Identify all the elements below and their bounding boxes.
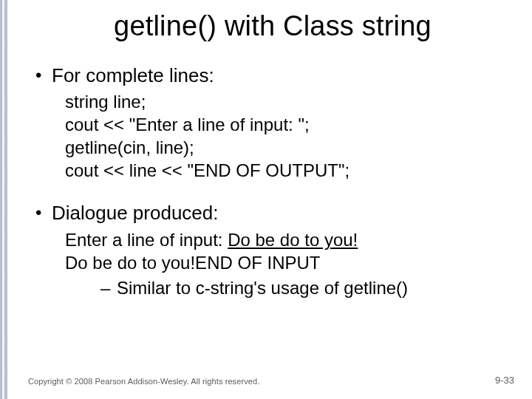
code-line: cout << "Enter a line of input: "; — [65, 114, 511, 137]
dialogue-user-input: Do be do to you! — [228, 230, 358, 250]
dialogue-block: Enter a line of input: Do be do to you! … — [34, 229, 511, 299]
code-line: getline(cin, line); — [65, 137, 511, 160]
code-line: string line; — [65, 91, 511, 114]
page-title: getline() with Class string — [34, 10, 511, 43]
bullet-complete-lines: For complete lines: — [34, 64, 511, 89]
dialogue-prompt: Enter a line of input: — [65, 230, 228, 250]
code-block: string line; cout << "Enter a line of in… — [34, 91, 511, 182]
left-stripe — [0, 0, 7, 399]
dialogue-line: Enter a line of input: Do be do to you! — [65, 229, 511, 252]
bullet-dialogue: Dialogue produced: — [34, 201, 511, 226]
code-line: cout << line << "END OF OUTPUT"; — [65, 160, 511, 183]
dialogue-note: Similar to c-string's usage of getline() — [65, 276, 511, 299]
page-number: 9-33 — [495, 375, 514, 386]
copyright-footer: Copyright © 2008 Pearson Addison-Wesley.… — [28, 377, 259, 386]
dialogue-line: Do be do to you!END OF INPUT — [65, 252, 511, 275]
slide: getline() with Class string For complete… — [13, 0, 532, 399]
